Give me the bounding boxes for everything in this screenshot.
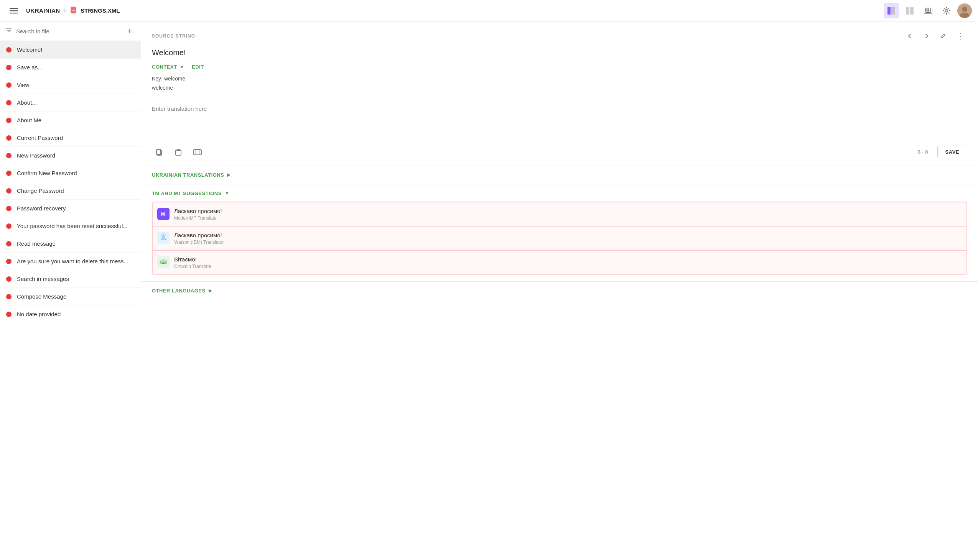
- svg-rect-15: [925, 10, 926, 12]
- svg-rect-8: [906, 7, 910, 15]
- svg-rect-11: [925, 8, 926, 10]
- source-string-label: SOURCE STRING: [152, 33, 903, 39]
- suggestion-card-0[interactable]: MЛаскаво просимо!ModernMT Translate: [152, 202, 967, 227]
- other-languages-header[interactable]: OTHER LANGUAGES ▶: [152, 288, 967, 293]
- user-avatar[interactable]: [957, 3, 972, 18]
- svg-point-49: [165, 260, 167, 264]
- source-header-actions: ⋮: [903, 29, 967, 43]
- sidebar-item-welcome[interactable]: Welcome!: [0, 41, 141, 58]
- layout2-icon: [906, 7, 914, 15]
- settings-button[interactable]: [939, 3, 954, 18]
- status-dot: [6, 100, 12, 105]
- search-input[interactable]: [16, 28, 120, 35]
- sidebar: + Welcome!Save as...ViewAbout...About Me…: [0, 22, 141, 560]
- translation-section: 8 · 0 SAVE: [141, 99, 978, 166]
- more-icon: ⋮: [956, 32, 964, 41]
- translation-toolbar: 8 · 0 SAVE: [152, 145, 967, 160]
- sidebar-item-delete-confirm[interactable]: Are you sure you want to delete this mes…: [0, 253, 141, 270]
- sidebar-item-label: Are you sure you want to delete this mes…: [17, 258, 129, 265]
- sidebar-item-label: About Me: [17, 117, 42, 123]
- delete-translation-button[interactable]: [171, 145, 185, 160]
- save-translation-button[interactable]: SAVE: [937, 146, 967, 158]
- insert-placeholder-button[interactable]: [190, 145, 205, 160]
- sidebar-item-about[interactable]: About...: [0, 94, 141, 112]
- sidebar-item-label: Confirm New Password: [17, 170, 77, 176]
- tm-mt-arrow: ▼: [225, 190, 229, 196]
- svg-rect-29: [176, 150, 181, 155]
- file-name: XML STRINGS.XML: [70, 7, 120, 15]
- placeholder-icon: [193, 148, 202, 156]
- ukrainian-translations-header[interactable]: UKRAINIAN TRANSLATIONS ▶: [152, 172, 967, 178]
- sidebar-search-bar: +: [0, 22, 141, 41]
- svg-point-40: [162, 235, 165, 238]
- sidebar-item-password-recovery[interactable]: Password recovery: [0, 200, 141, 217]
- source-tabs: CONTEXT ▼ EDIT: [152, 64, 967, 70]
- layout1-button[interactable]: [884, 3, 899, 18]
- suggestion-card-1[interactable]: Ласкаво просимо!Watson (IBM) Translator: [152, 227, 967, 251]
- nav-prev-button[interactable]: [903, 29, 917, 43]
- suggestion-icon-1: [157, 232, 170, 244]
- status-dot: [6, 206, 12, 211]
- tm-mt-label: TM AND MT SUGGESTIONS: [152, 190, 222, 196]
- source-text: Welcome!: [152, 48, 967, 57]
- sidebar-item-confirm-new-password[interactable]: Confirm New Password: [0, 165, 141, 182]
- svg-rect-17: [928, 10, 929, 12]
- sidebar-item-view[interactable]: View: [0, 76, 141, 94]
- svg-rect-12: [926, 8, 928, 10]
- settings-icon: [942, 7, 951, 15]
- tab-edit[interactable]: EDIT: [192, 64, 204, 70]
- sidebar-item-password-reset[interactable]: Your password has been reset successful.…: [0, 217, 141, 235]
- layout1-icon: [887, 7, 896, 15]
- sidebar-list: Welcome!Save as...ViewAbout...About MeCu…: [0, 41, 141, 560]
- edit-string-button[interactable]: [936, 29, 950, 43]
- sidebar-item-label: New Password: [17, 152, 55, 159]
- suggestion-icon-0: M: [157, 208, 170, 220]
- svg-text:M: M: [161, 212, 165, 217]
- keyboard-button[interactable]: [920, 3, 936, 18]
- sidebar-item-about-me[interactable]: About Me: [0, 112, 141, 129]
- suggestion-main-text-0: Ласкаво просимо!: [174, 208, 962, 214]
- key-value: welcome: [152, 83, 967, 93]
- suggestion-main-text-1: Ласкаво просимо!: [174, 232, 962, 238]
- status-dot: [6, 259, 12, 264]
- sidebar-item-label: Read message: [17, 240, 56, 247]
- suggestion-main-text-2: Вітаємо!: [174, 256, 962, 263]
- add-string-button[interactable]: +: [124, 25, 135, 37]
- context-arrow: ▼: [180, 65, 184, 69]
- sidebar-item-no-date[interactable]: No date provided: [0, 305, 141, 323]
- translation-input[interactable]: [152, 105, 967, 140]
- arrow-right-icon: [923, 33, 930, 40]
- suggestion-source-0: ModernMT Translate: [174, 215, 962, 221]
- copy-source-button[interactable]: [152, 145, 167, 160]
- svg-rect-18: [930, 10, 931, 12]
- nav-next-button[interactable]: [920, 29, 933, 43]
- sidebar-item-new-password[interactable]: New Password: [0, 147, 141, 165]
- tm-mt-header[interactable]: TM AND MT SUGGESTIONS ▼: [152, 190, 967, 196]
- sidebar-item-current-password[interactable]: Current Password: [0, 129, 141, 147]
- svg-point-48: [160, 260, 162, 264]
- status-dot: [6, 118, 12, 123]
- source-string-section: SOURCE STRING: [141, 22, 978, 99]
- breadcrumb: UKRAINIAN > XML STRINGS.XML: [26, 7, 120, 15]
- status-dot: [6, 294, 12, 299]
- layout2-button[interactable]: [902, 3, 917, 18]
- sidebar-item-change-password[interactable]: Change Password: [0, 182, 141, 200]
- sidebar-item-label: Welcome!: [17, 47, 42, 53]
- hamburger-menu-button[interactable]: [6, 3, 22, 18]
- sidebar-item-label: View: [17, 82, 29, 88]
- status-dot: [6, 47, 12, 53]
- content-area: SOURCE STRING: [141, 22, 978, 560]
- sidebar-item-save-as[interactable]: Save as...: [0, 58, 141, 76]
- ukrainian-translations-label: UKRAINIAN TRANSLATIONS: [152, 172, 224, 178]
- svg-rect-0: [10, 8, 18, 9]
- sidebar-item-search-messages[interactable]: Search in messages: [0, 270, 141, 288]
- more-options-button[interactable]: ⋮: [953, 29, 967, 43]
- project-name: UKRAINIAN: [26, 7, 60, 14]
- key-label: Key: welcome: [152, 74, 967, 83]
- sidebar-item-compose-message[interactable]: Compose Message: [0, 288, 141, 305]
- suggestion-text-2: Вітаємо!Crowdin Translate: [174, 256, 962, 269]
- suggestion-card-2[interactable]: Вітаємо!Crowdin Translate: [152, 251, 967, 275]
- filter-icon[interactable]: [5, 27, 12, 36]
- tab-context[interactable]: CONTEXT ▼: [152, 64, 184, 70]
- sidebar-item-read-message[interactable]: Read message: [0, 235, 141, 253]
